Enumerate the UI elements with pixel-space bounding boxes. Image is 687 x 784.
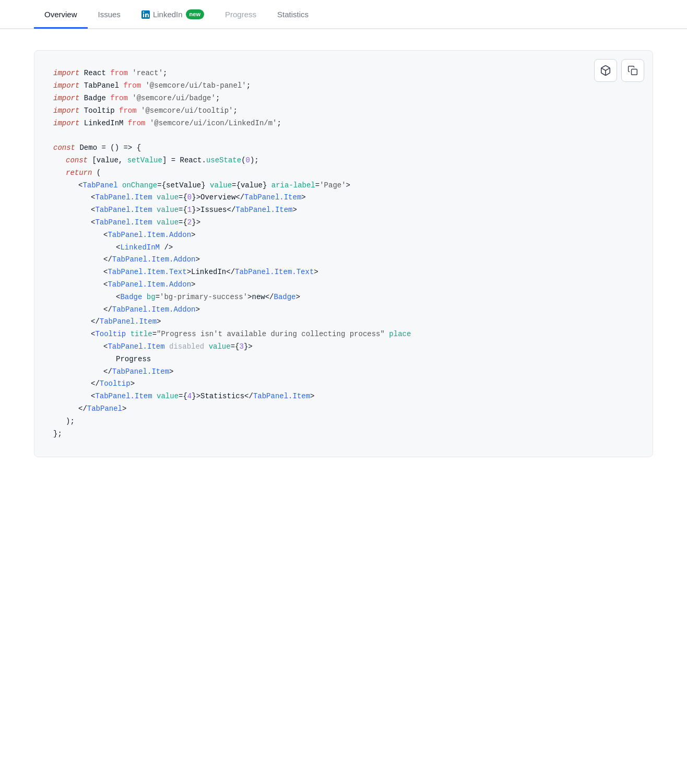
code-line-6: const Demo = () => { <box>53 142 634 155</box>
code-actions <box>594 59 644 82</box>
code-line-16: <TabPanel.Item.Text>LinkedIn</TabPanel.I… <box>53 266 634 279</box>
code-line-13: <TabPanel.Item.Addon> <box>53 229 634 242</box>
tab-issues[interactable]: Issues <box>88 1 131 29</box>
tab-overview[interactable]: Overview <box>34 1 88 29</box>
code-line-14: <LinkedInM /> <box>53 242 634 254</box>
code-line-7: const [value, setValue] = React.useState… <box>53 155 634 167</box>
code-line-1: import React from 'react'; <box>53 67 634 80</box>
code-line-25: </Tooltip> <box>53 378 634 390</box>
page-container: Overview Issues LinkedIn new Progress St… <box>0 0 687 784</box>
code-line-5: import LinkedInM from '@semcore/ui/icon/… <box>53 117 634 130</box>
code-block: import React from 'react'; import TabPan… <box>53 67 634 440</box>
code-line-2: import TabPanel from '@semcore/ui/tab-pa… <box>53 80 634 92</box>
copy-button[interactable] <box>621 59 644 82</box>
code-line-8: return ( <box>53 167 634 180</box>
code-line-blank-1 <box>53 129 634 142</box>
tab-statistics-label: Statistics <box>277 10 309 19</box>
tab-progress-label: Progress <box>225 10 256 19</box>
code-line-15: </TabPanel.Item.Addon> <box>53 254 634 266</box>
linkedin-icon <box>141 10 150 19</box>
code-line-24: </TabPanel.Item> <box>53 366 634 378</box>
code-line-10: <TabPanel.Item value={0}>Overview</TabPa… <box>53 192 634 204</box>
code-line-22: <TabPanel.Item disabled value={3}> <box>53 341 634 353</box>
code-line-21: <Tooltip title="Progress isn't available… <box>53 328 634 341</box>
code-line-23: Progress <box>53 353 634 366</box>
code-line-17: <TabPanel.Item.Addon> <box>53 279 634 291</box>
tab-linkedin[interactable]: LinkedIn new <box>131 0 215 29</box>
tab-bar: Overview Issues LinkedIn new Progress St… <box>0 0 687 29</box>
code-line-4: import Tooltip from '@semcore/ui/tooltip… <box>53 105 634 117</box>
code-line-26: <TabPanel.Item value={4}>Statistics</Tab… <box>53 390 634 403</box>
tab-issues-label: Issues <box>98 10 121 19</box>
code-line-12: <TabPanel.Item value={2}> <box>53 217 634 229</box>
sandbox-button[interactable] <box>594 59 617 82</box>
code-line-3: import Badge from '@semcore/ui/badge'; <box>53 92 634 105</box>
code-line-27: </TabPanel> <box>53 403 634 415</box>
main-content: import React from 'react'; import TabPan… <box>0 29 687 478</box>
tab-overview-label: Overview <box>44 10 77 19</box>
tab-statistics[interactable]: Statistics <box>267 1 319 29</box>
tab-linkedin-label: LinkedIn <box>153 10 183 19</box>
code-line-19: </TabPanel.Item.Addon> <box>53 304 634 316</box>
svg-rect-2 <box>632 69 637 75</box>
code-line-29: }; <box>53 428 634 441</box>
code-container: import React from 'react'; import TabPan… <box>34 50 653 457</box>
tab-progress[interactable]: Progress <box>215 1 267 29</box>
tab-linkedin-badge: new <box>186 9 204 19</box>
code-line-28: ); <box>53 415 634 428</box>
code-line-9: <TabPanel onChange={setValue} value={val… <box>53 180 634 192</box>
code-line-18: <Badge bg='bg-primary-success'>new</Badg… <box>53 291 634 304</box>
code-line-11: <TabPanel.Item value={1}>Issues</TabPane… <box>53 204 634 217</box>
code-line-20: </TabPanel.Item> <box>53 316 634 328</box>
